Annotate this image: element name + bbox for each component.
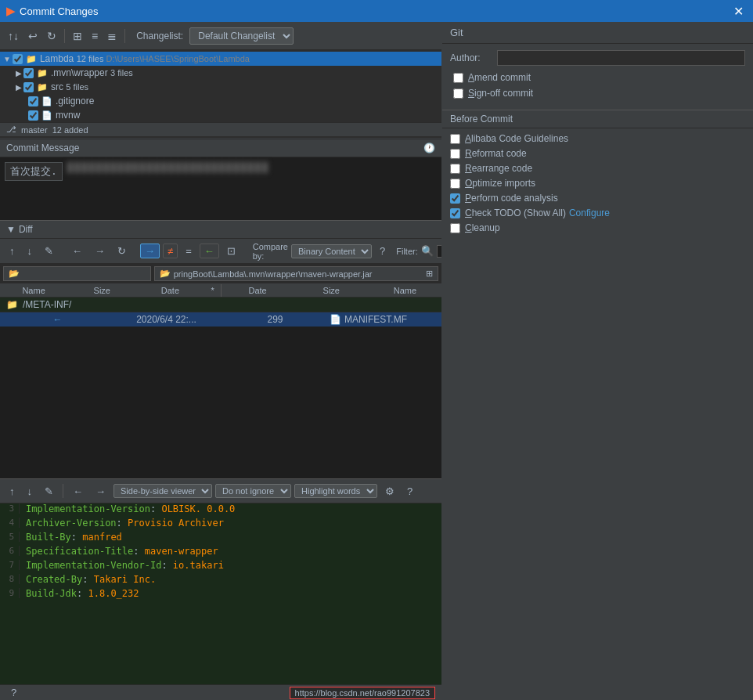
diff-collapse-arrow[interactable]: ▼ — [6, 224, 16, 235]
diff-green-arrow-btn[interactable]: ← — [200, 244, 219, 258]
tree-row-src[interactable]: ▶ 📁 src 5 files — [0, 80, 441, 94]
toolbar-group-btn[interactable]: ⊞ — [70, 28, 85, 44]
cleanup-checkbox[interactable] — [450, 223, 460, 233]
toolbar-redo-btn[interactable]: ↻ — [44, 28, 59, 44]
manifest-row[interactable]: ← 2020/6/4 22:... 299 📄 MANIFEST.MF — [0, 312, 441, 327]
compare-dropdown[interactable]: Binary Content — [291, 244, 372, 258]
tree-row-gitignore[interactable]: 📄 .gitignore — [0, 94, 441, 108]
diff-folder-row[interactable]: 📁 /META-INF/ — [0, 298, 441, 312]
main-toolbar: ↑↓ ↩ ↻ ⊞ ≡ ≣ Changelist: Default Changel… — [0, 22, 441, 50]
code-line-4: 4 Archiver-Version: Provisio Archiver — [0, 518, 441, 532]
viewer-question-btn[interactable]: ? — [402, 484, 417, 499]
diff-right-path: 📂 pringBoot\Lambda\.mvn\wrapper\maven-wr… — [154, 266, 438, 281]
diff-down-btn[interactable]: ↓ — [23, 244, 38, 258]
amend-commit-checkbox[interactable] — [453, 73, 463, 83]
app-icon: ▶ — [6, 5, 15, 17]
col-date-left: Date — [136, 284, 204, 297]
diff-question-btn[interactable]: ? — [375, 244, 390, 258]
diff-right-btn[interactable]: → — [90, 244, 110, 258]
col-size-right: Size — [295, 284, 369, 297]
diff-refresh-btn[interactable]: ↻ — [113, 244, 131, 258]
line-num-9: 9 — [0, 588, 20, 598]
viewer-mode-dropdown[interactable]: Side-by-side viewer — [113, 484, 212, 498]
diff-up-btn[interactable]: ↑ — [5, 244, 20, 258]
tree-checkbox-gitignore[interactable] — [28, 96, 38, 106]
diff-left-btn[interactable]: ← — [67, 244, 87, 258]
diff-edit-btn[interactable]: ✎ — [40, 244, 58, 258]
tree-checkbox-root[interactable] — [13, 54, 23, 64]
optimize-checkbox[interactable] — [450, 179, 460, 189]
reformat-label: Reformat code — [465, 148, 527, 159]
tree-row-root[interactable]: ▼ 📁 Lambda 12 files D:\Users\HASEE\Sprin… — [0, 52, 441, 66]
filter-label: Filter: — [396, 247, 418, 256]
diff-right-path-btn[interactable]: ⊞ — [426, 269, 433, 279]
changelist-dropdown[interactable]: Default Changelist — [189, 27, 294, 45]
commit-message-area[interactable]: 首次提交. ████████████████████████████ — [0, 157, 441, 220]
viewer-left-btn[interactable]: ← — [68, 484, 88, 499]
rearrange-checkbox[interactable] — [450, 164, 460, 174]
tree-row-mvnw[interactable]: 📄 mvnw — [0, 108, 441, 122]
toolbar-undo-btn[interactable]: ↩ — [25, 28, 41, 44]
tree-folder-icon-root: 📁 — [26, 54, 37, 64]
diff-blue-arrow-btn[interactable]: → — [140, 244, 160, 258]
col-name-left: Name — [0, 284, 68, 297]
diff-col-header: Name Size Date * Date Size Name — [0, 284, 441, 298]
diff-frame-btn[interactable]: ⊡ — [222, 244, 240, 258]
diff-eq-btn[interactable]: = — [181, 244, 196, 258]
toolbar-refresh-btn[interactable]: ↑↓ — [5, 28, 22, 44]
viewer-up-btn[interactable]: ↑ — [5, 484, 20, 499]
tree-row-mvn[interactable]: ▶ 📁 .mvn\wrapper 3 files — [0, 66, 441, 80]
code-analysis-label: Perform code analysis — [465, 193, 558, 204]
git-section-header: Git — [442, 22, 753, 44]
tree-checkbox-mvn[interactable] — [23, 68, 34, 78]
code-analysis-checkbox[interactable] — [450, 193, 460, 204]
diff-header: ▼ Diff — [0, 220, 441, 239]
signoff-commit-row: Sign-off commit — [450, 88, 745, 99]
tree-label-src: src 5 files — [51, 81, 88, 92]
url-bar: https://blog.csdn.net/rao991207823 — [290, 687, 435, 699]
viewer-down-btn[interactable]: ↓ — [23, 484, 38, 499]
commit-message-label: Commit Message — [6, 143, 79, 153]
close-button[interactable]: ✕ — [730, 4, 747, 19]
main-container: ↑↓ ↩ ↻ ⊞ ≡ ≣ Changelist: Default Changel… — [0, 22, 753, 700]
diff-ne-btn[interactable]: ≠ — [163, 244, 178, 258]
diff-file-bars: 📂 📂 pringBoot\Lambda\.mvn\wrapper\maven-… — [0, 264, 441, 284]
compare-label: Compare by: — [253, 242, 288, 261]
line-num-3: 3 — [0, 503, 20, 514]
option-check-todo: Check TODO (Show All) Configure — [450, 207, 745, 218]
git-author-input[interactable] — [497, 50, 745, 66]
tree-arrow-mvn: ▶ — [16, 69, 22, 78]
diff-col-left-header: Name Size Date * — [0, 284, 222, 297]
viewer-gear-btn[interactable]: ⚙ — [380, 484, 399, 499]
commit-blurred-text: ████████████████████████████ — [67, 162, 269, 173]
commit-message-text: 首次提交. ████████████████████████████ — [5, 162, 437, 181]
signoff-commit-checkbox[interactable] — [453, 88, 463, 99]
configure-link[interactable]: Configure — [569, 207, 610, 218]
line-code-6: Specification-Title: maven-wrapper — [23, 546, 441, 557]
viewer-highlight-dropdown[interactable]: Highlight words — [294, 484, 377, 498]
viewer-edit-btn[interactable]: ✎ — [40, 484, 58, 499]
col-name-right: Name — [369, 284, 441, 297]
check-todo-checkbox[interactable] — [450, 208, 460, 218]
col-star: * — [205, 284, 221, 297]
filter-input[interactable] — [437, 245, 441, 258]
viewer-right-btn[interactable]: → — [91, 484, 110, 499]
tree-arrow-src: ▶ — [16, 83, 22, 92]
git-author-label: Author: — [450, 52, 497, 63]
reformat-checkbox[interactable] — [450, 149, 460, 159]
tree-checkbox-src[interactable] — [23, 82, 34, 92]
manifest-date: 2020/6/4 22:... — [112, 314, 221, 325]
alibaba-checkbox[interactable] — [450, 134, 460, 144]
signoff-commit-label: Sign-off commit — [468, 88, 533, 99]
viewer-ignore-dropdown[interactable]: Do not ignore — [215, 484, 291, 498]
manifest-name-cell: 📄 MANIFEST.MF — [330, 314, 438, 325]
help-button[interactable]: ? — [6, 685, 21, 700]
git-content: Author: Amend commit Sign-off commit — [442, 44, 753, 110]
diff-folder-label: /META-INF/ — [23, 299, 71, 310]
toolbar-tree-btn[interactable]: ≣ — [104, 28, 120, 44]
manifest-filename: MANIFEST.MF — [344, 314, 407, 325]
before-commit-items: Alibaba Code Guidelines Reformat code Re… — [442, 128, 753, 242]
cleanup-label: Cleanup — [465, 222, 500, 233]
tree-checkbox-mvnw[interactable] — [28, 110, 38, 121]
toolbar-list-btn[interactable]: ≡ — [88, 28, 101, 44]
